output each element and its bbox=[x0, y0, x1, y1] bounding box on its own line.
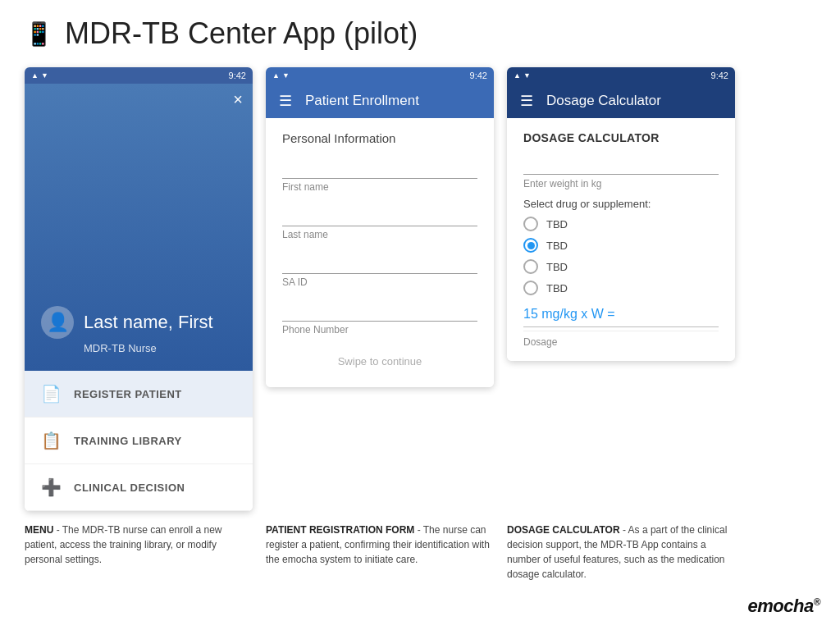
dosage-result-label: Dosage bbox=[523, 331, 719, 348]
screens-container: ▲ ▼ 9:42 × 👤 Last name, First MDR-TB Nur… bbox=[25, 67, 815, 511]
swipe-label: Swipe to continue bbox=[282, 349, 477, 374]
dosage-form: DOSAGE CALCULATOR Enter weight in kg Sel… bbox=[507, 118, 735, 361]
emocha-logo: emocha® bbox=[748, 596, 821, 616]
phone-icon: 📱 bbox=[25, 21, 53, 48]
desc-form-heading: PATIENT REGISTRATION FORM bbox=[266, 524, 414, 536]
dosage-header: ☰ Dosage Calculator bbox=[507, 84, 735, 118]
desc-menu-text: - The MDR-TB nurse can enroll a new pati… bbox=[25, 524, 222, 565]
user-name: Last name, First bbox=[84, 312, 213, 333]
radio-option-2[interactable]: TBD bbox=[523, 238, 719, 253]
desc-dosage-heading: DOSAGE CALCULATOR bbox=[507, 524, 620, 536]
menu-label-clinical: CLINICAL DECISION bbox=[74, 482, 185, 494]
page-title: MDR-TB Center App (pilot) bbox=[65, 16, 418, 51]
drug-radio-group: TBD TBD TBD TBD bbox=[523, 217, 719, 295]
avatar: 👤 bbox=[41, 306, 74, 339]
radio-label-3: TBD bbox=[546, 261, 568, 273]
said-input[interactable] bbox=[282, 253, 477, 274]
training-icon: 📋 bbox=[41, 431, 61, 450]
dosage-section-title: DOSAGE CALCULATOR bbox=[523, 131, 719, 144]
description-form: PATIENT REGISTRATION FORM - The nurse ca… bbox=[266, 523, 494, 582]
firstname-label: First name bbox=[282, 181, 477, 193]
enrollment-title: Patient Enrollment bbox=[305, 93, 419, 109]
status-bar-1: ▲ ▼ 9:42 bbox=[25, 67, 253, 84]
menu-item-clinical[interactable]: ➕ CLINICAL DECISION bbox=[25, 464, 253, 511]
lastname-label: Last name bbox=[282, 229, 477, 240]
user-info: 👤 Last name, First MDR-TB Nurse bbox=[25, 84, 253, 371]
radio-option-3[interactable]: TBD bbox=[523, 259, 719, 274]
time-3: 9:42 bbox=[711, 71, 728, 80]
weight-input[interactable] bbox=[523, 154, 719, 175]
status-bar-2: ▲ ▼ 9:42 bbox=[266, 67, 494, 84]
weight-field bbox=[523, 154, 719, 175]
radio-label-2: TBD bbox=[546, 240, 568, 252]
field-firstname: First name bbox=[282, 158, 477, 193]
status-bar-3: ▲ ▼ 9:42 bbox=[507, 67, 735, 84]
descriptions-row: MENU - The MDR-TB nurse can enroll a new… bbox=[25, 523, 815, 582]
firstname-input[interactable] bbox=[282, 158, 477, 179]
desc-menu-heading: MENU bbox=[25, 524, 53, 536]
formula-text: 15 mg/kg x W = bbox=[523, 307, 719, 322]
radio-circle-4 bbox=[523, 281, 538, 295]
menu-header: × 👤 Last name, First MDR-TB Nurse bbox=[25, 84, 253, 371]
radio-circle-2 bbox=[523, 238, 538, 253]
radio-circle-3 bbox=[523, 259, 538, 274]
close-button[interactable]: × bbox=[233, 90, 243, 109]
form-section-title: Personal Information bbox=[282, 131, 477, 145]
said-label: SA ID bbox=[282, 276, 477, 288]
clinical-icon: ➕ bbox=[41, 477, 61, 497]
menu-items-list: 📄 REGISTER PATIENT 📋 TRAINING LIBRARY ➕ … bbox=[25, 371, 253, 511]
screen-dosage: ▲ ▼ 9:42 ☰ Dosage Calculator DOSAGE CALC… bbox=[507, 67, 735, 361]
menu-label-register: REGISTER PATIENT bbox=[74, 388, 182, 400]
field-lastname: Last name bbox=[282, 206, 477, 240]
description-dosage: DOSAGE CALCULATOR - As a part of the cli… bbox=[507, 523, 735, 582]
radio-circle-1 bbox=[523, 217, 538, 231]
user-role: MDR-TB Nurse bbox=[84, 342, 157, 354]
radio-label-4: TBD bbox=[546, 282, 568, 294]
hamburger-icon-3[interactable]: ☰ bbox=[520, 92, 533, 110]
description-menu: MENU - The MDR-TB nurse can enroll a new… bbox=[25, 523, 253, 582]
time-2: 9:42 bbox=[470, 71, 487, 80]
enrollment-form: Personal Information First name Last nam… bbox=[266, 118, 494, 387]
drug-select-label: Select drug or supplement: bbox=[523, 198, 719, 210]
menu-label-training: TRAINING LIBRARY bbox=[74, 435, 182, 447]
phone-label: Phone Number bbox=[282, 324, 477, 336]
radio-option-1[interactable]: TBD bbox=[523, 217, 719, 231]
hamburger-icon[interactable]: ☰ bbox=[279, 92, 292, 110]
screen-enrollment: ▲ ▼ 9:42 ☰ Patient Enrollment Personal I… bbox=[266, 67, 494, 387]
radio-inner-2 bbox=[527, 242, 535, 249]
screen-menu: ▲ ▼ 9:42 × 👤 Last name, First MDR-TB Nur… bbox=[25, 67, 253, 511]
menu-item-register[interactable]: 📄 REGISTER PATIENT bbox=[25, 371, 253, 418]
field-phone: Phone Number bbox=[282, 301, 477, 336]
phone-input[interactable] bbox=[282, 301, 477, 322]
menu-item-training[interactable]: 📋 TRAINING LIBRARY bbox=[25, 418, 253, 464]
radio-label-1: TBD bbox=[546, 218, 568, 231]
dosage-title: Dosage Calculator bbox=[546, 93, 661, 109]
field-said: SA ID bbox=[282, 253, 477, 288]
time-1: 9:42 bbox=[229, 71, 246, 80]
radio-option-4[interactable]: TBD bbox=[523, 281, 719, 295]
enrollment-header: ☰ Patient Enrollment bbox=[266, 84, 494, 118]
lastname-input[interactable] bbox=[282, 206, 477, 226]
register-icon: 📄 bbox=[41, 384, 61, 404]
weight-label: Enter weight in kg bbox=[523, 178, 719, 189]
